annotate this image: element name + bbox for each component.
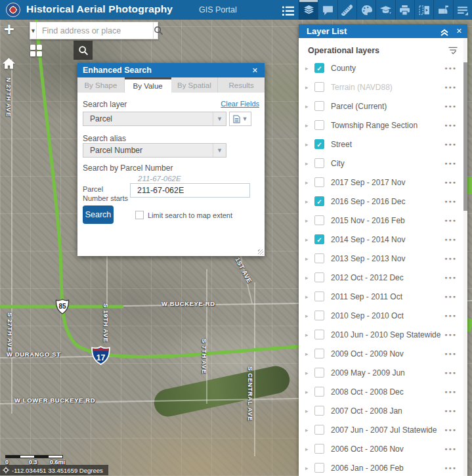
expand-arrow-icon[interactable]: ▸ — [305, 408, 314, 414]
layer-menu-button[interactable]: ●●● — [444, 465, 457, 470]
layer-menu-button[interactable]: ●●● — [444, 294, 457, 299]
menu-list-icon[interactable] — [282, 4, 294, 16]
expand-arrow-icon[interactable]: ▸ — [305, 313, 314, 319]
zoom-in-button[interactable]: + — [4, 20, 14, 39]
layer-menu-button[interactable]: ●●● — [444, 104, 457, 108]
layer-checkbox[interactable] — [314, 253, 324, 263]
layer-menu-button[interactable]: ●●● — [444, 275, 457, 280]
tool-printer-button[interactable] — [395, 0, 414, 20]
layer-checkbox[interactable] — [314, 425, 324, 435]
enhanced-search-toggle-button[interactable] — [74, 41, 93, 60]
layer-menu-button[interactable]: ●●● — [444, 199, 457, 204]
map-canvas[interactable]: N 27TH AVE S 27TH AVE W BUCKEYE RD S 19T… — [0, 20, 472, 476]
layer-checkbox[interactable] — [314, 463, 324, 473]
layer-checkbox[interactable]: ✓ — [314, 196, 324, 206]
layer-checkbox[interactable]: ✓ — [314, 234, 324, 244]
tab-by-spatial[interactable]: By Spatial — [171, 77, 219, 93]
layer-menu-button[interactable]: ●●● — [444, 427, 457, 432]
layer-menu-button[interactable]: ●●● — [444, 389, 457, 394]
expand-arrow-icon[interactable]: ▸ — [305, 389, 314, 395]
tool-layers-button[interactable] — [299, 0, 318, 20]
resize-handle[interactable] — [258, 249, 263, 255]
tab-results[interactable]: Results — [218, 77, 265, 93]
expand-arrow-icon[interactable]: ▸ — [305, 198, 314, 205]
layer-menu-button[interactable]: ●●● — [444, 256, 457, 261]
tool-comment-button[interactable] — [318, 0, 337, 20]
geocoder-source-dropdown[interactable]: ▼ — [30, 22, 37, 39]
expand-arrow-icon[interactable]: ▸ — [305, 160, 314, 167]
layer-menu-button[interactable]: ●●● — [444, 66, 457, 70]
expand-arrow-icon[interactable]: ▸ — [305, 103, 314, 110]
layer-checkbox[interactable]: ✓ — [314, 139, 324, 149]
expand-arrow-icon[interactable]: ▸ — [305, 217, 314, 224]
layer-menu-button[interactable]: ●●● — [444, 142, 457, 146]
scrollbar-thumb[interactable] — [463, 62, 467, 211]
close-icon[interactable]: ✕ — [251, 66, 259, 75]
search-layer-select[interactable]: Parcel▼ — [83, 112, 226, 126]
layer-checkbox[interactable] — [314, 101, 324, 111]
layer-checkbox[interactable] — [314, 387, 324, 397]
geocoder-input[interactable] — [37, 22, 153, 39]
expand-arrow-icon[interactable]: ▸ — [305, 351, 314, 357]
expand-arrow-icon[interactable]: ▸ — [305, 141, 314, 148]
layer-menu-button[interactable]: ●●● — [444, 313, 457, 318]
layer-checkbox[interactable] — [314, 330, 324, 339]
expand-arrow-icon[interactable]: ▸ — [305, 427, 314, 433]
layer-menu-button[interactable]: ●●● — [444, 351, 457, 356]
layer-menu-button[interactable]: ●●● — [444, 161, 457, 165]
expand-arrow-icon[interactable]: ▸ — [305, 370, 314, 376]
layer-menu-button[interactable]: ●●● — [444, 180, 457, 184]
layer-checkbox[interactable] — [314, 311, 324, 320]
tool-palette-button[interactable] — [356, 0, 375, 20]
layer-checkbox[interactable] — [314, 349, 324, 358]
layer-checkbox[interactable] — [314, 444, 324, 454]
close-icon[interactable]: ✕ — [456, 27, 462, 35]
layer-checkbox[interactable] — [314, 120, 324, 130]
layer-options-icon[interactable] — [448, 46, 458, 55]
layer-checkbox[interactable] — [314, 177, 324, 187]
tool-swipe-panel-button[interactable] — [414, 0, 433, 20]
expand-arrow-icon[interactable]: ▸ — [305, 179, 314, 186]
layer-checkbox[interactable] — [314, 368, 324, 378]
tool-more-tools-button[interactable] — [453, 0, 472, 20]
layer-menu-button[interactable]: ●●● — [444, 85, 457, 89]
layer-menu-button[interactable]: ●●● — [444, 237, 457, 242]
expand-arrow-icon[interactable]: ▸ — [305, 446, 314, 452]
tool-mailbox-button[interactable] — [433, 0, 452, 20]
expand-arrow-icon[interactable]: ▸ — [305, 274, 314, 281]
panel-scrollbar[interactable] — [463, 38, 467, 476]
expand-arrow-icon[interactable]: ▸ — [305, 236, 314, 243]
basemap-grid-button[interactable] — [30, 45, 43, 57]
expand-arrow-icon[interactable]: ▸ — [305, 332, 314, 338]
parcel-number-input[interactable] — [130, 183, 250, 198]
layer-checkbox[interactable] — [314, 215, 324, 225]
layer-menu-button[interactable]: ●●● — [444, 332, 457, 337]
layer-menu-button[interactable]: ●●● — [444, 123, 457, 127]
layer-checkbox[interactable]: ✓ — [314, 63, 324, 73]
tab-by-shape[interactable]: By Shape — [77, 77, 125, 93]
layer-menu-button[interactable]: ●●● — [444, 408, 457, 413]
clear-fields-link[interactable]: Clear Fields — [221, 100, 259, 109]
layer-checkbox[interactable] — [314, 292, 324, 301]
layer-checkbox[interactable] — [314, 406, 324, 416]
expand-arrow-icon[interactable]: ▸ — [305, 465, 314, 471]
expand-arrow-icon[interactable]: ▸ — [305, 293, 314, 300]
gis-portal-link[interactable]: GIS Portal — [199, 5, 237, 14]
layer-menu-button[interactable]: ●●● — [444, 446, 457, 451]
geocoder-search-icon[interactable] — [153, 22, 163, 39]
layer-checkbox[interactable] — [314, 272, 324, 282]
expand-arrow-icon[interactable]: ▸ — [305, 84, 314, 91]
tool-ruler-button[interactable] — [337, 0, 356, 20]
tab-by-value[interactable]: By Value — [125, 77, 171, 93]
expand-arrow-icon[interactable]: ▸ — [305, 255, 314, 262]
limit-extent-checkbox[interactable] — [135, 211, 144, 219]
search-button[interactable]: Search — [83, 206, 114, 224]
layer-menu-button[interactable]: ●●● — [444, 370, 457, 375]
layer-info-button[interactable]: ▼ — [229, 112, 251, 126]
expand-arrow-icon[interactable]: ▸ — [305, 65, 314, 72]
home-button[interactable] — [3, 57, 15, 70]
layer-menu-button[interactable]: ●●● — [444, 218, 457, 223]
layer-checkbox[interactable] — [314, 158, 324, 168]
expand-arrow-icon[interactable]: ▸ — [305, 122, 314, 129]
collapse-icon[interactable] — [439, 27, 450, 36]
